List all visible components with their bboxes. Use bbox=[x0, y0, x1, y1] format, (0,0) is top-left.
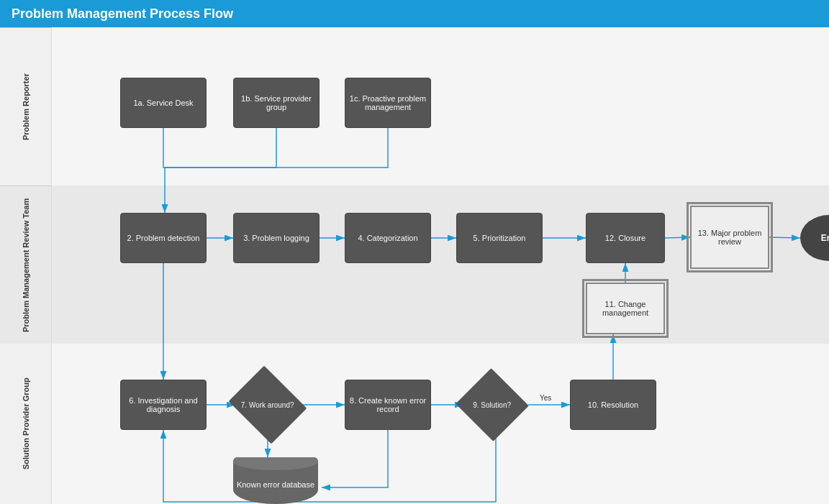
node-problem-logging: 3. Problem logging bbox=[233, 213, 320, 263]
node-known-error-db: Known error database bbox=[233, 457, 318, 504]
node-change-management: 11. Change management bbox=[586, 283, 665, 334]
page-title: Problem Management Process Flow bbox=[12, 6, 233, 22]
node-problem-detection: 2. Problem detection bbox=[120, 213, 207, 263]
node-major-problem-review: 13. Major problem review bbox=[690, 206, 769, 269]
node-prioritization: 5. Prioritization bbox=[456, 213, 543, 263]
lane-label-solution-group: Solution Provider Group bbox=[0, 344, 51, 504]
node-create-known-error: 8. Create known error record bbox=[345, 380, 431, 430]
node-resolution: 10. Resolution bbox=[570, 380, 656, 430]
node-closure: 12. Closure bbox=[586, 213, 665, 263]
node-investigation: 6. Investigation and diagnosis bbox=[120, 380, 207, 430]
lane-label-problem-reporter: Problem Reporter bbox=[0, 27, 51, 185]
node-proactive-problem: 1c. Proactive problem management bbox=[345, 78, 431, 128]
node-service-desk: 1a. Service Desk bbox=[120, 78, 207, 128]
node-service-provider: 1b. Service provider group bbox=[233, 78, 320, 128]
lane-label-management-team: Problem Management Review Team bbox=[0, 185, 51, 344]
node-categorization: 4. Categorization bbox=[345, 213, 431, 263]
